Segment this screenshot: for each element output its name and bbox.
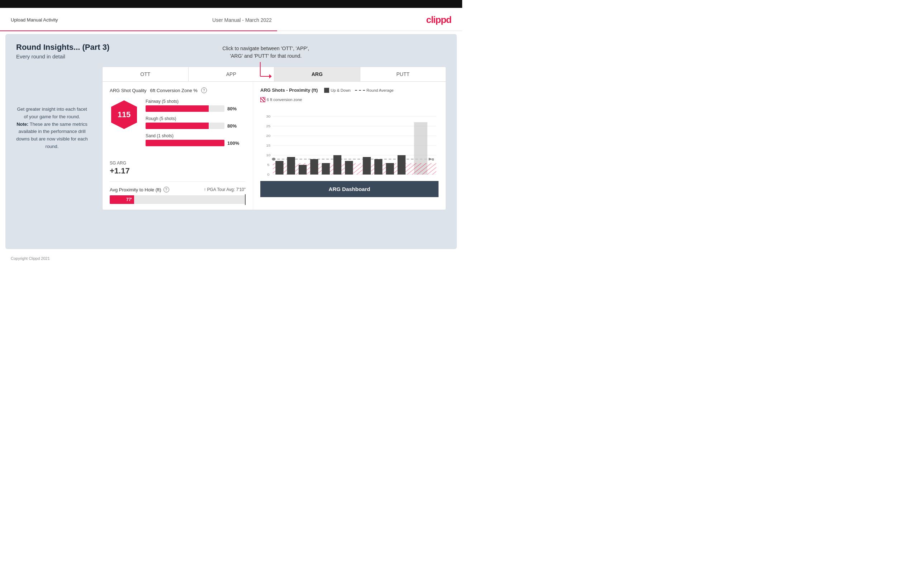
shot-quality-label: ARG Shot Quality [110, 88, 147, 93]
chart-area: 0 5 10 15 20 25 30 [260, 106, 438, 177]
legend-round-average-label: Round Average [367, 88, 394, 92]
bar-7 [345, 161, 353, 174]
sg-section: SG ARG +1.17 [110, 158, 246, 176]
bar-fairway: Fairway (5 shots) 80% [145, 99, 246, 112]
nav-annotation: Click to navigate between 'OTT', 'APP', … [222, 45, 309, 84]
proximity-bar-fill: 77' [110, 195, 134, 204]
proximity-section: Avg Proximity to Hole (ft) ? ↑ PGA Tour … [110, 181, 246, 204]
svg-text:10: 10 [266, 153, 271, 157]
sg-value: +1.17 [110, 166, 246, 176]
proximity-chart-svg: 0 5 10 15 20 25 30 [260, 106, 438, 177]
pga-avg: ↑ PGA Tour Avg: 7'10" [204, 187, 246, 192]
legend-conversion-zone-label: 6 ft conversion zone [267, 97, 302, 102]
main-content: Round Insights... (Part 3) Every round i… [5, 34, 457, 249]
bar-rough-pct: 80% [227, 123, 237, 129]
top-bar [0, 0, 462, 8]
legend-dashed-icon [355, 90, 365, 91]
left-insight-text: Get greater insight into each facet of y… [17, 106, 87, 119]
svg-text:5: 5 [267, 163, 270, 167]
bar-sand-label: Sand (1 shots) [145, 133, 246, 139]
bar-rough: Rough (5 shots) 80% [145, 116, 246, 129]
svg-text:20: 20 [266, 134, 271, 138]
copyright-text: Copyright Clippd 2021 [11, 256, 50, 261]
chart-header: ARG Shots - Proximity (ft) Up & Down Rou… [260, 87, 438, 102]
bars-section: Fairway (5 shots) 80% Rough (5 shots) [145, 99, 246, 150]
bar-12-hatch [414, 163, 427, 174]
hexagon-score-wrapper: 115 [110, 99, 138, 131]
tab-ott[interactable]: OTT [103, 67, 189, 81]
bar-8 [363, 157, 371, 174]
proximity-info-icon[interactable]: ? [163, 187, 169, 192]
proximity-cursor [245, 194, 246, 205]
bar-sand: Sand (1 shots) 100% [145, 133, 246, 146]
bar-fairway-pct: 80% [227, 106, 237, 111]
left-insight-note: Note: [16, 121, 28, 127]
nav-annotation-line2: 'ARG' and 'PUTT' for that round. [222, 52, 309, 60]
arg-dashboard-button[interactable]: ARG Dashboard [260, 181, 438, 197]
legend-up-down-label: Up & Down [331, 88, 351, 92]
bar-sand-track [145, 140, 225, 146]
bar-2 [287, 157, 295, 174]
nav-arrow [257, 62, 275, 84]
bar-9 [374, 159, 382, 174]
main-card: OTT APP ARG PUTT ARG Shot Quality 6ft Co… [102, 67, 446, 210]
svg-text:25: 25 [266, 124, 271, 128]
bar-rough-label: Rough (5 shots) [145, 116, 246, 121]
sg-label: SG ARG [110, 161, 246, 166]
card-body: ARG Shot Quality 6ft Conversion Zone % ?… [103, 82, 446, 210]
hex-score-value: 115 [118, 110, 131, 119]
right-panel: ARG Shots - Proximity (ft) Up & Down Rou… [253, 82, 446, 210]
proximity-label: Avg Proximity to Hole (ft) [110, 187, 162, 192]
proximity-bar-value: 77' [126, 197, 132, 202]
legend-conversion-zone: 6 ft conversion zone [260, 97, 302, 102]
bar-fairway-label: Fairway (5 shots) [145, 99, 246, 104]
header: Upload Manual Activity User Manual - Mar… [0, 8, 462, 31]
bar-4 [310, 159, 318, 174]
left-panel: ARG Shot Quality 6ft Conversion Zone % ?… [103, 82, 253, 210]
conversion-zone-band [273, 163, 436, 174]
score-row: 115 Fairway (5 shots) 80% [110, 99, 246, 150]
footer: Copyright Clippd 2021 [0, 252, 462, 265]
header-divider [0, 31, 462, 31]
legend-box-icon [324, 88, 329, 93]
bar-rough-track [145, 122, 225, 129]
bar-6 [333, 155, 341, 174]
manual-title: User Manual - March 2022 [212, 17, 272, 23]
legend-up-down: Up & Down [324, 88, 351, 93]
upload-manual-activity-link[interactable]: Upload Manual Activity [11, 17, 58, 23]
nav-annotation-line1: Click to navigate between 'OTT', 'APP', [222, 45, 309, 52]
bar-sand-fill [145, 140, 225, 146]
chart-title: ARG Shots - Proximity (ft) [260, 87, 318, 93]
bar-rough-fill [145, 122, 209, 129]
proximity-header: Avg Proximity to Hole (ft) ? ↑ PGA Tour … [110, 187, 246, 192]
svg-text:30: 30 [266, 115, 271, 118]
svg-marker-2 [269, 74, 272, 79]
bar-10 [386, 163, 394, 174]
svg-text:15: 15 [266, 144, 271, 147]
bar-fairway-track [145, 105, 225, 112]
proximity-bar-wrapper: 77' [110, 195, 246, 204]
legend-round-average: Round Average [355, 88, 394, 92]
info-icon[interactable]: ? [201, 87, 207, 93]
bar-3 [299, 165, 307, 174]
bar-sand-pct: 100% [227, 140, 239, 146]
bar-11 [397, 155, 405, 174]
bar-5 [321, 163, 330, 174]
proximity-bar-track: 77' [110, 195, 246, 204]
bar-fairway-fill [145, 105, 209, 112]
svg-text:8: 8 [432, 158, 434, 161]
bar-1 [275, 161, 283, 174]
tab-putt[interactable]: PUTT [360, 67, 446, 81]
clippd-logo: clippd [426, 15, 451, 26]
proximity-title: Avg Proximity to Hole (ft) ? [110, 187, 169, 192]
round-avg-dot [272, 158, 275, 161]
conversion-label: 6ft Conversion Zone % [150, 88, 197, 93]
svg-text:0: 0 [267, 173, 270, 176]
left-insight: Get greater insight into each facet of y… [16, 106, 88, 150]
legend-hatched-icon [260, 97, 265, 102]
panel-header: ARG Shot Quality 6ft Conversion Zone % ? [110, 87, 246, 93]
